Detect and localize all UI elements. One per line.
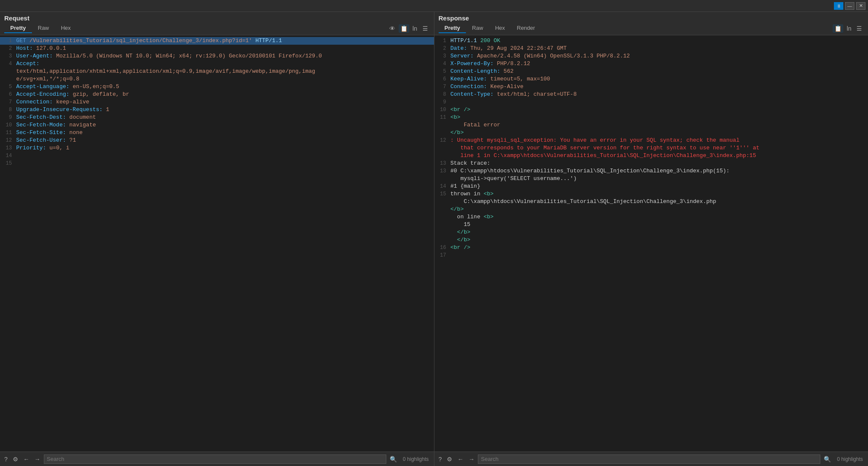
response-line-1: 1 HTTP/1.1 200 OK: [434, 37, 868, 45]
request-line-1: 1 GET /Vulnerabilities_Tutorial/sql_inje…: [0, 37, 434, 45]
response-line-9: 9: [434, 98, 868, 106]
request-help-btn[interactable]: ?: [3, 455, 9, 463]
tab-request-hex[interactable]: Hex: [55, 23, 77, 33]
request-code-area[interactable]: 1 GET /Vulnerabilities_Tutorial/sql_inje…: [0, 35, 434, 452]
minimize-btn[interactable]: —: [845, 2, 854, 10]
request-bottom: ? ⚙ ← → 🔍 0 highlights: [0, 452, 434, 466]
response-line-16: 16 <br />: [434, 244, 868, 252]
main-panels: Request Pretty Raw Hex 👁 📋 ln ☰ 1 GET /V…: [0, 12, 868, 452]
response-toolbar-icons: 📋 ln ☰: [833, 24, 864, 33]
pause-btn[interactable]: ⏸: [834, 2, 843, 10]
request-search-input[interactable]: [44, 455, 386, 464]
response-line-2: 2 Date: Thu, 29 Aug 2024 22:26:47 GMT: [434, 45, 868, 52]
request-header: Request Pretty Raw Hex 👁 📋 ln ☰: [0, 12, 434, 35]
request-line-3: 3 User-Agent: Mozilla/5.0 (Windows NT 10…: [0, 52, 434, 60]
request-ln-icon[interactable]: ln: [411, 24, 419, 33]
response-header: Response Pretty Raw Hex Render 📋 ln ☰: [434, 12, 868, 35]
response-line-6: 6 Keep-Alive: timeout=5, max=100: [434, 75, 868, 83]
tab-response-hex[interactable]: Hex: [489, 23, 511, 33]
close-btn[interactable]: ✕: [856, 2, 865, 10]
request-line-9: 9 Sec-Fetch-Dest: document: [0, 114, 434, 121]
request-line-11: 11 Sec-Fetch-Site: none: [0, 129, 434, 137]
response-menu-icon[interactable]: ☰: [855, 24, 864, 33]
request-menu-icon[interactable]: ☰: [421, 24, 430, 33]
request-line-6: 6 Accept-Encoding: gzip, deflate, br: [0, 91, 434, 98]
request-back-btn[interactable]: ←: [22, 455, 31, 463]
request-settings-btn[interactable]: ⚙: [11, 455, 20, 463]
tab-response-pretty[interactable]: Pretty: [439, 23, 466, 33]
response-search-btn[interactable]: 🔍: [822, 455, 833, 463]
response-line-5: 5 Content-Length: 562: [434, 68, 868, 75]
request-copy-icon[interactable]: 📋: [399, 24, 409, 33]
response-search-input[interactable]: [478, 455, 820, 464]
response-line-12: 12 : Uncaught mysqli_sql_exception: You …: [434, 137, 868, 160]
bottom-bar: ? ⚙ ← → 🔍 0 highlights ? ⚙ ← → 🔍 0 highl…: [0, 452, 868, 466]
response-line-15: 15 thrown in <b> C:\xampp\htdocs\Vulnera…: [434, 190, 868, 213]
request-panel: Request Pretty Raw Hex 👁 📋 ln ☰ 1 GET /V…: [0, 12, 434, 452]
response-line-17: 17: [434, 252, 868, 259]
request-line-10: 10 Sec-Fetch-Mode: navigate: [0, 121, 434, 129]
request-line-2: 2 Host: 127.0.0.1: [0, 45, 434, 52]
response-line-10: 10 <br />: [434, 106, 868, 114]
response-panel: Response Pretty Raw Hex Render 📋 ln ☰ 1 …: [434, 12, 868, 452]
response-line-7: 7 Connection: Keep-Alive: [434, 83, 868, 91]
response-code-area[interactable]: 1 HTTP/1.1 200 OK 2 Date: Thu, 29 Aug 20…: [434, 35, 868, 452]
request-line-14: 14: [0, 152, 434, 160]
response-bottom: ? ⚙ ← → 🔍 0 highlights: [434, 452, 868, 466]
response-line-close-b: </b>: [434, 236, 868, 244]
request-hide-icon[interactable]: 👁: [388, 24, 397, 33]
response-line-13b: 13 #0 C:\xampp\htdocs\Vulnerabilities_Tu…: [434, 167, 868, 183]
request-line-12: 12 Sec-Fetch-User: ?1: [0, 137, 434, 144]
response-title: Response: [439, 14, 864, 22]
request-line-15: 15: [0, 160, 434, 167]
response-line-4: 4 X-Powered-By: PHP/8.2.12: [434, 60, 868, 68]
request-search-btn[interactable]: 🔍: [388, 455, 399, 463]
request-line-8: 8 Upgrade-Insecure-Requests: 1: [0, 106, 434, 114]
response-highlights: 0 highlights: [834, 456, 865, 462]
request-line-4: 4 Accept: text/html,application/xhtml+xm…: [0, 60, 434, 83]
response-copy-icon[interactable]: 📋: [833, 24, 843, 33]
request-highlights: 0 highlights: [400, 456, 431, 462]
tab-response-render[interactable]: Render: [511, 23, 541, 33]
tab-response-raw[interactable]: Raw: [466, 23, 489, 33]
response-ln-icon[interactable]: ln: [845, 24, 853, 33]
request-toolbar-icons: 👁 📋 ln ☰: [388, 24, 430, 33]
response-help-btn[interactable]: ?: [437, 455, 444, 463]
response-line-11: 11 <b> Fatal error </b>: [434, 114, 868, 137]
tab-request-pretty[interactable]: Pretty: [4, 23, 32, 33]
response-line-3: 3 Server: Apache/2.4.58 (Win64) OpenSSL/…: [434, 52, 868, 60]
request-line-5: 5 Accept-Language: en-US,en;q=0.5: [0, 83, 434, 91]
request-tabs-toolbar: Pretty Raw Hex 👁 📋 ln ☰: [4, 23, 430, 33]
response-line-13: 13 Stack trace:: [434, 160, 868, 167]
response-line-14: 14 #1 {main}: [434, 183, 868, 190]
top-toolbar: ⏸ — ✕: [0, 0, 868, 12]
request-forward-btn[interactable]: →: [33, 455, 42, 463]
response-settings-btn[interactable]: ⚙: [445, 455, 454, 463]
response-back-btn[interactable]: ←: [456, 455, 465, 463]
response-forward-btn[interactable]: →: [467, 455, 476, 463]
request-line-7: 7 Connection: keep-alive: [0, 98, 434, 106]
tab-request-raw[interactable]: Raw: [32, 23, 55, 33]
request-line-13: 13 Priority: u=0, i: [0, 144, 434, 152]
response-line-on-line: on line <b> 15 </b>: [434, 213, 868, 236]
request-title: Request: [4, 14, 430, 22]
response-line-8: 8 Content-Type: text/html; charset=UTF-8: [434, 91, 868, 98]
response-tabs-toolbar: Pretty Raw Hex Render 📋 ln ☰: [439, 23, 864, 33]
